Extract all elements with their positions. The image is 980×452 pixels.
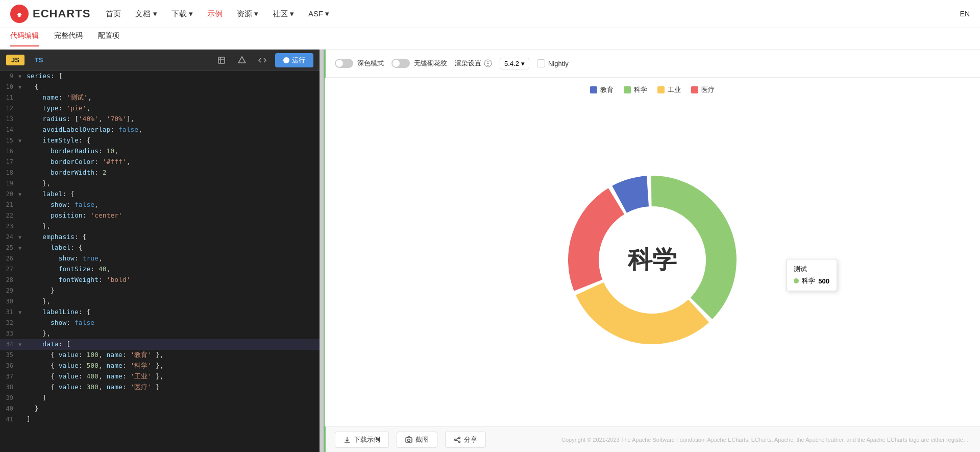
- fold-indicator[interactable]: ▼: [18, 135, 24, 146]
- line-number: 34: [0, 339, 18, 350]
- line-number: 35: [0, 350, 18, 361]
- top-nav: ECHARTS 首页 文档 ▾ 下载 ▾ 示例 资源 ▾ 社区 ▾ ASF ▾ …: [0, 0, 980, 28]
- 3d-icon[interactable]: [214, 53, 229, 68]
- fold-indicator: [18, 296, 24, 307]
- fold-indicator: [18, 414, 24, 425]
- code-line: 19 },: [0, 178, 320, 189]
- donut-center-label: 科学: [628, 244, 677, 276]
- code-icon[interactable]: [255, 53, 270, 68]
- line-number: 41: [0, 414, 18, 425]
- code-line: 38 { value: 300, name: '医疗' }: [0, 382, 320, 393]
- dark-mode-switch[interactable]: [335, 59, 353, 68]
- code-line: 31 ▼ labelLine: {: [0, 307, 320, 318]
- screenshot-btn[interactable]: 截图: [397, 432, 437, 448]
- sub-tab-full-code[interactable]: 完整代码: [54, 31, 83, 46]
- svg-point-9: [455, 439, 456, 440]
- code-line: 23 },: [0, 221, 320, 232]
- line-number: 25: [0, 243, 18, 253]
- download-label: 下载示例: [354, 435, 380, 444]
- donut-chart: 科学: [545, 153, 760, 367]
- line-number: 27: [0, 264, 18, 275]
- shape-icon[interactable]: [234, 53, 250, 68]
- code-line: 21 show: false,: [0, 200, 320, 210]
- code-line: 16 borderRadius: 10,: [0, 146, 320, 157]
- fold-indicator: [18, 178, 24, 189]
- code-line: 11 name: '测试',: [0, 92, 320, 103]
- legend-item-medical[interactable]: 医疗: [691, 85, 715, 94]
- line-code: avoidLabelOverlap: false,: [24, 125, 320, 135]
- js-lang-btn[interactable]: JS: [6, 55, 24, 65]
- line-number: 39: [0, 393, 18, 403]
- fold-indicator: [18, 328, 24, 339]
- run-button[interactable]: 运行: [275, 53, 313, 67]
- line-code: },: [24, 178, 320, 189]
- fold-indicator: [18, 382, 24, 393]
- sub-tab-config[interactable]: 配置项: [98, 31, 119, 46]
- code-line: 32 show: false: [0, 318, 320, 328]
- legend-dot-science: [624, 86, 631, 93]
- line-number: 11: [0, 92, 18, 103]
- dark-mode-toggle: 深色模式: [335, 59, 384, 68]
- fold-indicator[interactable]: ▼: [18, 243, 24, 253]
- code-line: 37 { value: 400, name: '工业' },: [0, 371, 320, 382]
- legend-item-science[interactable]: 科学: [624, 85, 647, 94]
- code-line: 25 ▼ label: {: [0, 243, 320, 253]
- code-line: 35 { value: 100, name: '教育' },: [0, 350, 320, 361]
- line-number: 12: [0, 103, 18, 114]
- nav-item-community[interactable]: 社区 ▾: [273, 9, 294, 19]
- code-line: 29 }: [0, 286, 320, 296]
- fold-indicator[interactable]: ▼: [18, 189, 24, 200]
- line-code: },: [24, 221, 320, 232]
- line-number: 38: [0, 382, 18, 393]
- code-panel: JS TS 运行: [0, 50, 322, 452]
- code-line: 34 ▼ data: [: [0, 339, 320, 350]
- nav-item-download[interactable]: 下载 ▾: [172, 9, 193, 19]
- line-code: show: true,: [24, 253, 320, 264]
- code-line: 33 },: [0, 328, 320, 339]
- seamless-switch[interactable]: [391, 59, 410, 68]
- line-code: type: 'pie',: [24, 103, 320, 114]
- fold-indicator: [18, 253, 24, 264]
- line-code: ]: [24, 393, 320, 403]
- nav-item-home[interactable]: 首页: [106, 9, 121, 19]
- line-number: 9: [0, 71, 18, 82]
- fold-indicator[interactable]: ▼: [18, 82, 24, 92]
- svg-point-1: [18, 15, 21, 17]
- line-number: 21: [0, 200, 18, 210]
- copyright-text: Copyright © 2021-2023 The Apache Softwar…: [561, 437, 970, 443]
- legend-dot-industry: [657, 86, 665, 93]
- fold-indicator[interactable]: ▼: [18, 232, 24, 243]
- tooltip-title: 测试: [794, 265, 829, 274]
- logo-text: ECHARTS: [33, 7, 90, 20]
- nav-lang[interactable]: EN: [960, 10, 970, 18]
- render-settings-btn[interactable]: 渲染设置: [455, 59, 492, 68]
- line-code: name: '测试',: [24, 92, 320, 103]
- nav-item-resources[interactable]: 资源 ▾: [237, 9, 258, 19]
- code-line: 36 { value: 500, name: '科学' },: [0, 361, 320, 371]
- version-select[interactable]: 5.4.2 ▾: [500, 58, 529, 69]
- fold-indicator[interactable]: ▼: [18, 307, 24, 318]
- code-line: 24 ▼ emphasis: {: [0, 232, 320, 243]
- fold-indicator: [18, 221, 24, 232]
- download-btn[interactable]: 下载示例: [335, 432, 389, 448]
- nav-item-asf[interactable]: ASF ▾: [308, 9, 329, 18]
- nav-item-examples[interactable]: 示例: [207, 9, 223, 19]
- code-content[interactable]: 9 ▼ series: [ 10 ▼ { 11 name: '测试', 12 t…: [0, 71, 320, 452]
- fold-indicator[interactable]: ▼: [18, 339, 24, 350]
- seamless-toggle: 无缝砌花纹: [391, 59, 447, 68]
- fold-indicator: [18, 157, 24, 168]
- fold-indicator: [18, 275, 24, 286]
- fold-indicator[interactable]: ▼: [18, 71, 24, 82]
- code-line: 22 position: 'center': [0, 210, 320, 221]
- line-code: label: {: [24, 243, 320, 253]
- legend-item-industry[interactable]: 工业: [657, 85, 681, 94]
- nightly-checkbox[interactable]: [537, 59, 545, 67]
- share-btn[interactable]: 分享: [445, 432, 486, 448]
- fold-indicator: [18, 350, 24, 361]
- ts-lang-btn[interactable]: TS: [30, 55, 48, 65]
- legend-item-education[interactable]: 教育: [590, 85, 614, 94]
- svg-rect-2: [218, 57, 225, 63]
- sub-tab-code-edit[interactable]: 代码编辑: [10, 31, 39, 46]
- nav-item-docs[interactable]: 文档 ▾: [135, 9, 157, 19]
- nav-logo[interactable]: ECHARTS: [10, 5, 90, 23]
